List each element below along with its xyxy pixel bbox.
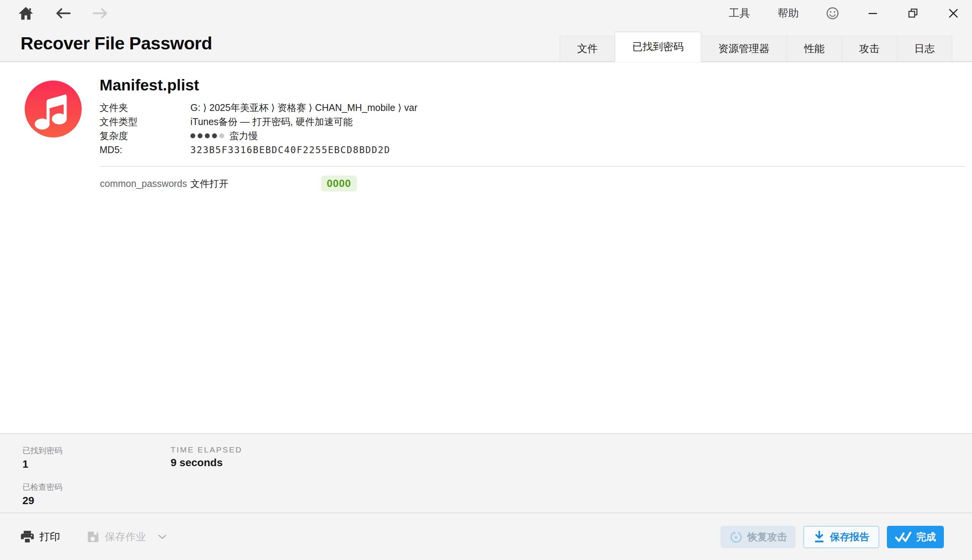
restore-icon	[907, 8, 919, 19]
detail-row-folder: 文件夹 G: ⟩ 2025年美亚杯 ⟩ 资格赛 ⟩ CHAN_MH_mobile…	[100, 101, 418, 115]
minimize-icon	[867, 8, 878, 18]
home-icon	[18, 7, 33, 20]
header: Recover File Password 文件 已找到密码 资源管理器 性能 …	[0, 27, 972, 62]
resume-attack-icon	[729, 530, 743, 544]
apple-music-note-icon	[25, 80, 82, 138]
resume-attack-label: 恢复攻击	[747, 530, 787, 544]
action-buttons: 恢复攻击 保存报告 完成	[720, 526, 944, 548]
feedback-button[interactable]	[824, 5, 841, 22]
tab-performance[interactable]: 性能	[787, 36, 842, 62]
detail-row-filetype: 文件类型 iTunes备份 — 打开密码, 硬件加速可能	[100, 115, 418, 129]
menu-help[interactable]: 帮助	[775, 5, 801, 22]
password-event: 文件打开	[190, 175, 228, 192]
time-elapsed-value: 9 seconds	[171, 457, 242, 469]
bottom-toolbar: 打印 保存作业 恢复攻击	[0, 513, 972, 560]
save-job-button[interactable]: 保存作业	[87, 513, 167, 560]
save-report-button[interactable]: 保存报告	[803, 526, 879, 548]
home-button[interactable]	[17, 5, 34, 22]
tab-attacks[interactable]: 攻击	[842, 36, 897, 62]
complexity-dots	[190, 133, 224, 138]
save-report-label: 保存报告	[830, 530, 869, 544]
back-arrow-icon	[55, 7, 71, 19]
nav-icons	[17, 0, 109, 27]
detail-row-md5: MD5: 323B5F3316BEBDC40F2255EBCD8BDD2D	[100, 143, 418, 157]
forward-arrow-icon	[92, 7, 108, 19]
passwords-checked-label: 已检查密码	[22, 482, 62, 492]
save-job-label: 保存作业	[105, 530, 146, 544]
printer-icon	[20, 530, 34, 543]
chevron-down-icon	[157, 533, 167, 541]
md5-value: 323B5F3316BEBDC40F2255EBCD8BDD2D	[190, 145, 390, 155]
download-icon	[813, 531, 825, 544]
passwords-found-value: 1	[22, 458, 62, 470]
forward-button[interactable]	[92, 5, 109, 22]
stats-column-right: TIME ELAPSED 9 seconds	[171, 445, 242, 469]
file-details: 文件夹 G: ⟩ 2025年美亚杯 ⟩ 资格赛 ⟩ CHAN_MH_mobile…	[100, 101, 418, 157]
back-button[interactable]	[55, 5, 72, 22]
found-password-row[interactable]: common_passwords 文件打开 0000	[0, 175, 972, 192]
close-button[interactable]	[945, 5, 962, 22]
restore-button[interactable]	[904, 5, 922, 22]
done-label: 完成	[916, 530, 936, 544]
complexity-label: 复杂度	[100, 130, 190, 142]
smiley-icon	[826, 7, 839, 20]
passwords-checked-value: 29	[22, 495, 62, 507]
titlebar: 工具 帮助	[0, 0, 972, 27]
content-area: Manifest.plist 文件夹 G: ⟩ 2025年美亚杯 ⟩ 资格赛 ⟩…	[0, 63, 972, 433]
detail-row-complexity: 复杂度 蛮力慢	[100, 129, 418, 143]
resume-attack-button[interactable]: 恢复攻击	[720, 526, 796, 548]
folder-label: 文件夹	[100, 102, 190, 114]
md5-label: MD5:	[100, 144, 190, 155]
titlebar-menu: 工具 帮助	[727, 0, 962, 27]
page-title: Recover File Password	[20, 33, 212, 53]
double-check-icon	[895, 532, 912, 543]
close-icon	[948, 8, 959, 19]
tab-file[interactable]: 文件	[560, 36, 615, 62]
menu-tools[interactable]: 工具	[727, 5, 752, 22]
done-button[interactable]: 完成	[887, 526, 944, 548]
floppy-disk-icon	[87, 530, 100, 543]
attack-name: common_passwords	[100, 175, 187, 192]
file-name: Manifest.plist	[100, 77, 199, 94]
section-divider	[100, 166, 965, 167]
tab-bar: 文件 已找到密码 资源管理器 性能 攻击 日志	[560, 32, 952, 62]
stats-panel: 已找到密码 1 已检查密码 29 TIME ELAPSED 9 seconds	[0, 433, 972, 513]
filetype-value: iTunes备份 — 打开密码, 硬件加速可能	[190, 115, 353, 128]
password-badge: 0000	[321, 175, 357, 192]
print-label: 打印	[40, 530, 60, 544]
time-elapsed-label: TIME ELAPSED	[171, 445, 242, 454]
folder-breadcrumb: G: ⟩ 2025年美亚杯 ⟩ 资格赛 ⟩ CHAN_MH_mobile ⟩ v…	[190, 102, 418, 114]
passwords-found-label: 已找到密码	[22, 445, 62, 456]
tab-explorer[interactable]: 资源管理器	[701, 36, 787, 62]
filetype-label: 文件类型	[100, 115, 190, 128]
tab-passwords-found[interactable]: 已找到密码	[615, 32, 701, 62]
tab-log[interactable]: 日志	[897, 36, 952, 62]
stats-column-left: 已找到密码 1 已检查密码 29	[22, 445, 62, 507]
print-button[interactable]: 打印	[20, 513, 60, 560]
minimize-button[interactable]	[864, 5, 882, 22]
app-window: 工具 帮助	[0, 0, 972, 560]
complexity-value: 蛮力慢	[230, 130, 258, 142]
